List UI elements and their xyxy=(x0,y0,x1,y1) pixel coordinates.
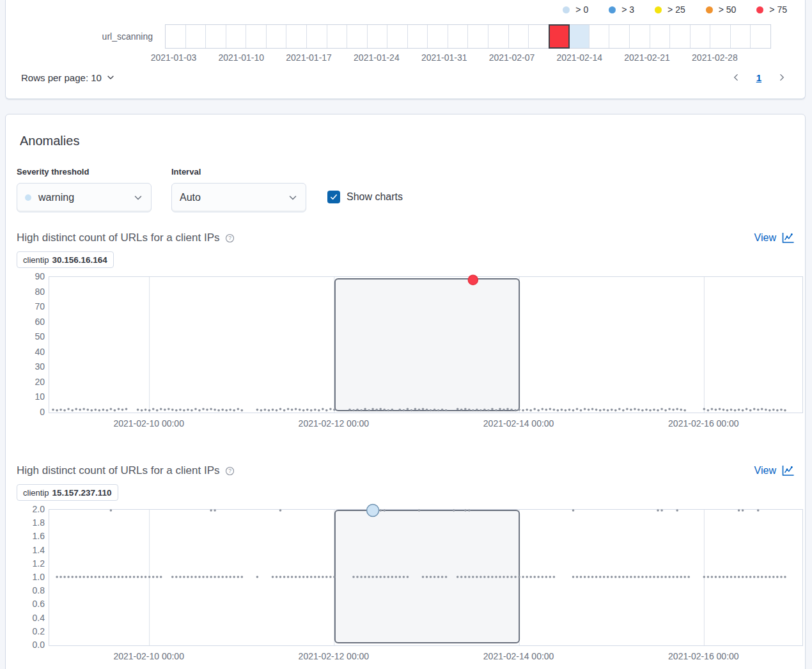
swimlane-cell[interactable] xyxy=(246,25,267,48)
swimlane-cell[interactable] xyxy=(488,25,509,48)
chart-dot xyxy=(599,409,602,412)
chart-dot xyxy=(214,409,216,411)
swimlane-cell[interactable] xyxy=(589,25,610,48)
chart-dot xyxy=(542,408,544,411)
chart-dot xyxy=(568,409,571,411)
chart-dot xyxy=(391,409,394,411)
severity-threshold-select[interactable]: warning xyxy=(17,183,152,212)
chart-dot xyxy=(641,576,644,578)
swimlane-cell[interactable] xyxy=(226,25,247,48)
chart-plot-area xyxy=(49,509,803,646)
swimlane-cell-low[interactable] xyxy=(569,25,589,48)
chevron-left-icon xyxy=(731,73,740,82)
chart-dot xyxy=(63,409,66,412)
chart-dot xyxy=(410,409,413,412)
rows-per-page-button[interactable]: Rows per page: 10 xyxy=(21,72,115,83)
chart-dot xyxy=(734,409,737,412)
chart-dot xyxy=(607,409,609,412)
chart-title: High distinct count of URLs for a client… xyxy=(17,464,219,477)
chart-dot xyxy=(614,576,617,578)
chart-dot xyxy=(468,409,471,411)
swimlane-cell[interactable] xyxy=(186,25,207,48)
entity-value: 15.157.237.110 xyxy=(52,488,111,498)
swimlane-cell[interactable] xyxy=(206,25,226,48)
swimlane-cell[interactable] xyxy=(286,25,307,48)
chart-dot xyxy=(487,409,490,412)
view-link[interactable]: View xyxy=(754,465,795,477)
swimlane-cell[interactable] xyxy=(710,25,731,48)
swimlane-cell[interactable] xyxy=(650,25,671,48)
swimlane-cell[interactable] xyxy=(691,25,711,48)
chart-dot xyxy=(491,576,494,578)
entity-badge[interactable]: clientip 30.156.16.164 xyxy=(17,251,114,268)
swimlane-cell[interactable] xyxy=(630,25,650,48)
chart-dot xyxy=(299,409,301,411)
swimlane-cell[interactable] xyxy=(166,25,186,48)
chart-dot xyxy=(703,408,706,411)
chart-dot xyxy=(322,576,324,578)
swimlane-cell[interactable] xyxy=(731,25,751,48)
chart-dot xyxy=(637,576,640,578)
swimlane-cell[interactable] xyxy=(408,25,428,48)
swimlane-cell[interactable] xyxy=(347,25,368,48)
chart-dot xyxy=(118,408,120,411)
swimlane-cell[interactable] xyxy=(307,25,327,48)
view-link[interactable]: View xyxy=(754,232,795,244)
chart-dot xyxy=(514,576,517,578)
page-number[interactable]: 1 xyxy=(754,72,764,83)
legend-item: > 50 xyxy=(706,4,737,15)
help-icon[interactable]: ? xyxy=(225,466,235,476)
swimlane-cell[interactable] xyxy=(751,25,770,48)
previous-page-button[interactable] xyxy=(728,70,744,85)
swimlane-cell-critical-selected[interactable] xyxy=(549,25,570,48)
chart-dot xyxy=(59,576,62,578)
chart-dot xyxy=(229,576,231,578)
chart-dot xyxy=(125,408,128,411)
chart-dot xyxy=(765,576,767,578)
chart-dot xyxy=(533,408,536,411)
next-page-button[interactable] xyxy=(774,70,790,85)
swimlane-cell[interactable] xyxy=(267,25,287,48)
anomaly-chart: 2.01.81.61.41.21.00.80.60.40.20.0 2021-0… xyxy=(17,509,802,665)
selection-brush[interactable] xyxy=(335,279,519,411)
chart-dot xyxy=(483,576,486,578)
chart-dot xyxy=(460,409,463,411)
chart-header: High distinct count of URLs for a client… xyxy=(17,462,795,479)
chart-dot xyxy=(545,409,548,411)
interval-select[interactable]: Auto xyxy=(171,183,306,212)
chart-dot xyxy=(202,408,205,411)
swimlane-cell[interactable] xyxy=(368,25,388,48)
swimlane-cell[interactable] xyxy=(468,25,488,48)
chart-dot xyxy=(426,576,428,578)
chart-dot xyxy=(368,409,370,412)
chart-dot xyxy=(221,576,224,578)
entity-field: clientip xyxy=(23,255,49,265)
chart-dot xyxy=(121,409,124,411)
swimlane-date-label: 2021-01-17 xyxy=(286,52,332,63)
anomaly-marker-warning[interactable] xyxy=(367,505,379,517)
chart-dot xyxy=(757,409,760,411)
anomaly-marker-critical[interactable] xyxy=(468,275,478,285)
chart-dot xyxy=(715,409,717,411)
help-icon[interactable]: ? xyxy=(225,233,235,243)
swimlane-cell[interactable] xyxy=(529,25,549,48)
chart-dot xyxy=(657,576,659,578)
chart-dot xyxy=(144,576,147,578)
swimlane-cell[interactable] xyxy=(387,25,408,48)
chart-dot xyxy=(210,509,212,512)
swimlane-cell[interactable] xyxy=(509,25,529,48)
chart-dot xyxy=(576,408,579,411)
swimlane-cell[interactable] xyxy=(327,25,348,48)
swimlane-cell[interactable] xyxy=(428,25,448,48)
chart-dot xyxy=(753,576,756,578)
x-axis: 2021-02-10 00:002021-02-12 00:002021-02-… xyxy=(17,418,802,430)
show-charts-checkbox[interactable] xyxy=(327,191,340,203)
swimlane-cell[interactable] xyxy=(670,25,691,48)
chart-dot xyxy=(472,576,474,578)
swimlane-cell[interactable] xyxy=(609,25,630,48)
entity-value: 30.156.16.164 xyxy=(52,255,107,265)
y-axis-tick: 0.0 xyxy=(33,639,45,650)
swimlane-cell[interactable] xyxy=(448,25,469,48)
chart-dot xyxy=(422,408,425,411)
entity-badge[interactable]: clientip 15.157.237.110 xyxy=(17,484,118,501)
